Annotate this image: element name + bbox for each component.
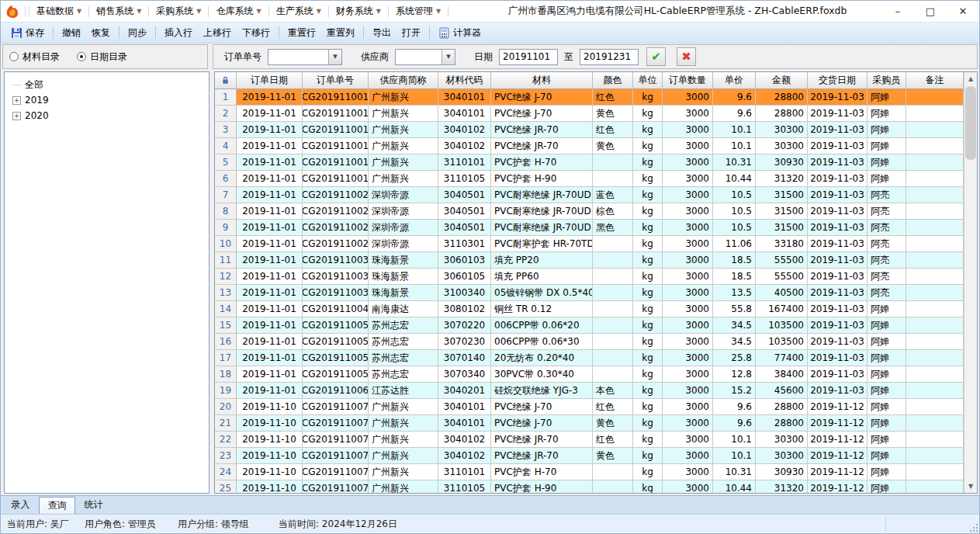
cell-订单单号[interactable]: CG201911007 bbox=[303, 415, 369, 432]
cell-备注[interactable] bbox=[906, 383, 964, 399]
cell-材料代码[interactable]: 3070230 bbox=[438, 334, 491, 350]
cell-单位[interactable]: kg bbox=[633, 154, 663, 171]
cell-备注[interactable] bbox=[906, 187, 964, 203]
cell-订单日期[interactable]: 2019-11-01 bbox=[237, 301, 303, 317]
cell-交货日期[interactable]: 2019-11-03 bbox=[808, 203, 867, 220]
cell-单位[interactable]: kg bbox=[633, 236, 663, 252]
cell-订单单号[interactable]: CG201911001 bbox=[303, 89, 369, 106]
cell-备注[interactable] bbox=[906, 220, 964, 236]
menu-item-6[interactable]: 财务系统▼ bbox=[331, 2, 386, 21]
cell-金额[interactable]: 30300 bbox=[756, 448, 808, 464]
cell-材料代码[interactable]: 3040102 bbox=[438, 122, 491, 138]
table-row[interactable]: 82019-11-01CG201911002深圳帝源3040501PVC耐寒绝缘… bbox=[215, 203, 964, 220]
cell-订单数量[interactable]: 3000 bbox=[663, 236, 713, 252]
cell-采购员[interactable]: 阿婵 bbox=[867, 138, 906, 154]
cell-金额[interactable]: 40500 bbox=[756, 285, 808, 301]
close-button[interactable]: ✕ bbox=[947, 1, 979, 22]
cell-颜色[interactable]: 黑色 bbox=[593, 220, 633, 236]
cell-订单日期[interactable]: 2019-11-01 bbox=[237, 89, 303, 106]
cell-材料[interactable]: 填充 PP20 bbox=[491, 252, 593, 269]
cell-单价[interactable]: 10.1 bbox=[713, 122, 756, 138]
cell-订单单号[interactable]: CG201911001 bbox=[303, 138, 369, 154]
cell-订单数量[interactable]: 3000 bbox=[663, 415, 713, 432]
column-header-供应商简称[interactable]: 供应商简称 bbox=[369, 72, 438, 89]
cell-交货日期[interactable]: 2019-11-03 bbox=[808, 187, 867, 203]
cell-订单日期[interactable]: 2019-11-01 bbox=[237, 285, 303, 301]
table-row[interactable]: 102019-11-01CG201911002深圳帝源3110301PVC耐寒护… bbox=[215, 236, 964, 252]
cell-交货日期[interactable]: 2019-11-03 bbox=[808, 171, 867, 187]
cell-材料[interactable]: PVC绝缘 J-70 bbox=[491, 89, 593, 106]
cell-金额[interactable]: 31500 bbox=[756, 187, 808, 203]
cell-材料代码[interactable]: 3110105 bbox=[438, 480, 491, 493]
cell-单价[interactable]: 9.6 bbox=[713, 106, 756, 122]
cell-金额[interactable]: 30930 bbox=[756, 154, 808, 171]
cell-材料[interactable]: PVC耐寒护套 HR-70TD bbox=[491, 236, 593, 252]
cell-单位[interactable]: kg bbox=[633, 187, 663, 203]
cell-订单单号[interactable]: CG201911001 bbox=[303, 154, 369, 171]
table-row[interactable]: 112019-11-01CG201911003珠海新景3060103填充 PP2… bbox=[215, 252, 964, 269]
column-header-交货日期[interactable]: 交货日期 bbox=[808, 72, 867, 89]
menu-item-5[interactable]: 生产系统▼ bbox=[271, 2, 327, 21]
cell-材料[interactable]: PVC绝缘 JR-70 bbox=[491, 138, 593, 154]
cell-单价[interactable]: 10.1 bbox=[713, 138, 756, 154]
menu-item-4[interactable]: 仓库系统▼ bbox=[210, 2, 266, 21]
cell-单价[interactable]: 10.5 bbox=[713, 203, 756, 220]
cell-材料代码[interactable]: 3070220 bbox=[438, 317, 491, 334]
cell-材料代码[interactable]: 3060103 bbox=[438, 252, 491, 269]
cell-备注[interactable] bbox=[906, 334, 964, 350]
cell-材料代码[interactable]: 3110101 bbox=[438, 464, 491, 480]
cell-材料[interactable]: PVC绝缘 J-70 bbox=[491, 106, 593, 122]
menu-item-7[interactable]: 系统管理▼ bbox=[390, 2, 446, 21]
cell-材料[interactable]: 铜丝 TR 0.12 bbox=[491, 301, 593, 317]
toolbar-button-打开[interactable]: 打开 bbox=[397, 24, 426, 42]
cell-材料[interactable]: PVC绝缘 JR-70 bbox=[491, 448, 593, 464]
cell-订单日期[interactable]: 2019-11-01 bbox=[237, 138, 303, 154]
order-no-combobox[interactable]: ▼ bbox=[268, 49, 342, 65]
cell-订单数量[interactable]: 3000 bbox=[663, 187, 713, 203]
cell-供应商简称[interactable]: 广州新兴 bbox=[369, 138, 438, 154]
cell-单位[interactable]: kg bbox=[633, 285, 663, 301]
cell-交货日期[interactable]: 2019-11-03 bbox=[808, 220, 867, 236]
cell-交货日期[interactable]: 2019-11-03 bbox=[808, 317, 867, 334]
cell-订单数量[interactable]: 3000 bbox=[663, 285, 713, 301]
cell-金额[interactable]: 30300 bbox=[756, 432, 808, 448]
cell-订单单号[interactable]: CG201911007 bbox=[303, 432, 369, 448]
cell-订单单号[interactable]: CG201911007 bbox=[303, 464, 369, 480]
cell-订单单号[interactable]: CG201911002 bbox=[303, 203, 369, 220]
cell-采购员[interactable]: 阿婵 bbox=[867, 366, 906, 383]
cell-订单数量[interactable]: 3000 bbox=[663, 171, 713, 187]
cell-材料代码[interactable]: 3040101 bbox=[438, 415, 491, 432]
cell-单位[interactable]: kg bbox=[633, 89, 663, 106]
cell-订单日期[interactable]: 2019-11-10 bbox=[237, 432, 303, 448]
cell-订单日期[interactable]: 2019-11-01 bbox=[237, 220, 303, 236]
cell-材料[interactable]: PVC耐寒绝缘 JR-70UD bbox=[491, 203, 593, 220]
column-header-材料[interactable]: 材料 bbox=[491, 72, 593, 89]
cell-材料代码[interactable]: 3040101 bbox=[438, 399, 491, 415]
cell-订单数量[interactable]: 3000 bbox=[663, 89, 713, 106]
cell-订单日期[interactable]: 2019-11-01 bbox=[237, 383, 303, 399]
cell-颜色[interactable]: 黄色 bbox=[593, 448, 633, 464]
column-header-订单单号[interactable]: 订单单号 bbox=[303, 72, 369, 89]
cell-单价[interactable]: 9.6 bbox=[713, 399, 756, 415]
cell-供应商简称[interactable]: 广州新兴 bbox=[369, 432, 438, 448]
cell-材料[interactable]: PVC耐寒绝缘 JR-70UD bbox=[491, 220, 593, 236]
cell-订单数量[interactable]: 3000 bbox=[663, 106, 713, 122]
cell-供应商简称[interactable]: 深圳帝源 bbox=[369, 220, 438, 236]
cell-单价[interactable]: 9.6 bbox=[713, 415, 756, 432]
cell-颜色[interactable]: 本色 bbox=[593, 383, 633, 399]
date-to-input[interactable]: 20191231 bbox=[580, 49, 639, 65]
cell-颜色[interactable] bbox=[593, 366, 633, 383]
cell-订单日期[interactable]: 2019-11-01 bbox=[237, 317, 303, 334]
cell-订单数量[interactable]: 3000 bbox=[663, 432, 713, 448]
cell-备注[interactable] bbox=[906, 350, 964, 366]
cell-采购员[interactable]: 阿亮 bbox=[867, 252, 906, 269]
cell-订单数量[interactable]: 3000 bbox=[663, 334, 713, 350]
cell-供应商简称[interactable]: 苏州志宏 bbox=[369, 334, 438, 350]
cell-采购员[interactable]: 阿婵 bbox=[867, 106, 906, 122]
cell-订单数量[interactable]: 3000 bbox=[663, 122, 713, 138]
cell-采购员[interactable]: 阿婵 bbox=[867, 171, 906, 187]
cell-备注[interactable] bbox=[906, 399, 964, 415]
table-row[interactable]: 202019-11-10CG201911007广州新兴3040101PVC绝缘 … bbox=[215, 399, 964, 415]
cell-材料代码[interactable]: 3040101 bbox=[438, 89, 491, 106]
cell-供应商简称[interactable]: 广州新兴 bbox=[369, 106, 438, 122]
